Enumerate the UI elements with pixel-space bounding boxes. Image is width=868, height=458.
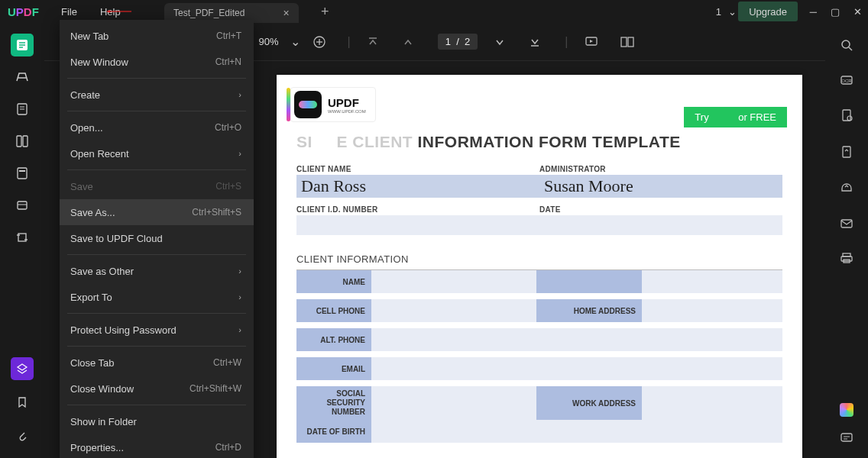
svg-marker-10 bbox=[590, 40, 593, 43]
app-logo: UPDF bbox=[8, 5, 39, 18]
menu-save: SaveCtrl+S bbox=[60, 173, 254, 199]
try-free-button[interactable]: Try or FREE bbox=[684, 107, 787, 127]
export-icon[interactable] bbox=[840, 145, 853, 162]
prev-page-icon[interactable] bbox=[403, 37, 421, 47]
svg-text:OCR: OCR bbox=[841, 79, 852, 83]
svg-rect-38 bbox=[841, 220, 852, 227]
svg-rect-12 bbox=[628, 37, 633, 47]
window-controls: ─ ▢ ✕ bbox=[810, 6, 862, 18]
comment-tool-button[interactable] bbox=[11, 66, 34, 89]
menu-save-cloud[interactable]: Save to UPDF Cloud bbox=[60, 225, 254, 251]
page-count-value: 1 bbox=[716, 6, 721, 18]
client-name-label: CLIENT NAME bbox=[296, 165, 539, 173]
zoom-value[interactable]: 90% bbox=[259, 36, 279, 47]
admin-value: Susan Moore bbox=[539, 175, 782, 198]
pdf-page: UPDF WWW.UPDF.COM Try or FREE SI E CLIEN… bbox=[277, 75, 802, 458]
svg-point-36 bbox=[847, 116, 852, 121]
zoom-dropdown-icon[interactable]: ⌄ bbox=[290, 34, 302, 49]
doc-title: SI E CLIENT INFORMATION FORM TEMPLATE bbox=[296, 133, 789, 151]
organize-tool-button[interactable] bbox=[11, 130, 34, 153]
section-client-info: CLIENT INFORMATION bbox=[296, 253, 789, 265]
svg-rect-35 bbox=[843, 110, 850, 121]
svg-rect-25 bbox=[18, 202, 27, 209]
minimize-icon[interactable]: ─ bbox=[810, 6, 817, 18]
svg-rect-21 bbox=[17, 136, 21, 147]
brand-badge: UPDF WWW.UPDF.COM bbox=[290, 87, 376, 122]
share-icon[interactable] bbox=[840, 182, 853, 198]
svg-rect-11 bbox=[621, 37, 627, 47]
date-label: DATE bbox=[539, 205, 782, 214]
svg-rect-40 bbox=[841, 256, 852, 261]
first-page-icon[interactable] bbox=[368, 37, 386, 47]
presentation-icon[interactable] bbox=[585, 36, 603, 48]
new-tab-button[interactable]: + bbox=[321, 4, 329, 20]
menu-open-recent[interactable]: Open Recent› bbox=[60, 140, 254, 166]
chevron-right-icon: › bbox=[238, 149, 241, 158]
menu-new-window[interactable]: New WindowCtrl+N bbox=[60, 49, 254, 75]
zoom-in-icon[interactable] bbox=[313, 35, 331, 49]
admin-label: ADMINISTRATOR bbox=[539, 165, 782, 173]
menu-bar: File Help bbox=[61, 6, 121, 18]
next-page-icon[interactable] bbox=[494, 37, 513, 47]
svg-rect-22 bbox=[23, 136, 28, 147]
svg-point-31 bbox=[842, 40, 850, 48]
facing-pages-icon[interactable] bbox=[620, 36, 638, 48]
chevron-right-icon: › bbox=[238, 292, 241, 302]
id-label: CLIENT I.D. NUMBER bbox=[296, 205, 539, 214]
menu-create[interactable]: Create› bbox=[60, 82, 254, 108]
upgrade-button[interactable]: Upgrade bbox=[738, 2, 798, 21]
ocr-icon[interactable]: OCR bbox=[840, 75, 853, 89]
menu-close-window[interactable]: Close WindowCtrl+Shift+W bbox=[60, 376, 254, 402]
reader-mode-button[interactable] bbox=[11, 34, 34, 56]
id-value bbox=[296, 215, 539, 235]
file-menu-dropdown: New TabCtrl+T New WindowCtrl+N Create› O… bbox=[60, 20, 254, 458]
chevron-right-icon: › bbox=[238, 90, 241, 99]
close-icon[interactable]: ✕ bbox=[853, 6, 862, 18]
menu-file[interactable]: File bbox=[61, 6, 77, 18]
menu-open[interactable]: Open...Ctrl+O bbox=[60, 114, 254, 140]
right-sidebar: OCR bbox=[825, 23, 868, 458]
date-value bbox=[539, 215, 782, 235]
crop-tool-button[interactable] bbox=[11, 226, 34, 249]
menu-save-other[interactable]: Save as Other› bbox=[60, 258, 254, 284]
chat-icon[interactable] bbox=[840, 432, 853, 447]
menu-new-tab[interactable]: New TabCtrl+T bbox=[60, 23, 254, 49]
svg-line-32 bbox=[849, 47, 852, 50]
edit-tool-button[interactable] bbox=[11, 98, 34, 121]
sign-icon[interactable] bbox=[840, 108, 853, 125]
row-ssn-label: SOCIAL SECURITY NUMBER bbox=[296, 386, 371, 420]
menu-close-tab[interactable]: Close TabCtrl+W bbox=[60, 350, 254, 376]
row-dob-label: DATE OF BIRTH bbox=[296, 420, 371, 443]
redact-tool-button[interactable] bbox=[11, 162, 34, 185]
menu-protect[interactable]: Protect Using Password› bbox=[60, 317, 254, 343]
tab-close-icon[interactable]: × bbox=[283, 7, 289, 19]
email-icon[interactable] bbox=[840, 218, 853, 232]
row-home-label: HOME ADDRESS bbox=[536, 299, 642, 322]
chevron-right-icon: › bbox=[238, 266, 241, 276]
row-work-label: WORK ADDRESS bbox=[536, 386, 642, 420]
svg-rect-24 bbox=[19, 170, 25, 172]
client-info-grid: NAME CELL PHONE HOME ADDRESS ALT. PHONE bbox=[296, 270, 782, 443]
svg-rect-37 bbox=[843, 147, 850, 157]
search-icon[interactable] bbox=[840, 38, 853, 55]
tab-title: Test_PDF_Edited bbox=[173, 8, 245, 18]
page-count-dropdown[interactable]: 1 ⌄ bbox=[716, 6, 738, 18]
chevron-right-icon: › bbox=[238, 325, 241, 334]
last-page-icon[interactable] bbox=[530, 37, 548, 47]
svg-rect-23 bbox=[18, 168, 27, 179]
menu-save-as[interactable]: Save As...Ctrl+Shift+S bbox=[60, 199, 254, 225]
ai-assistant-icon[interactable] bbox=[840, 403, 853, 417]
client-name-value: Dan Ross bbox=[296, 175, 539, 198]
print-icon[interactable] bbox=[840, 252, 853, 267]
page-number-input[interactable]: 1 / 2 bbox=[438, 34, 478, 50]
tools-button[interactable] bbox=[11, 194, 34, 217]
menu-export[interactable]: Export To› bbox=[60, 284, 254, 310]
attachment-button[interactable] bbox=[11, 424, 34, 447]
menu-properties[interactable]: Properties...Ctrl+D bbox=[60, 434, 254, 458]
menu-help[interactable]: Help bbox=[100, 6, 121, 18]
bookmark-button[interactable] bbox=[11, 391, 34, 414]
menu-show-folder[interactable]: Show in Folder bbox=[60, 408, 254, 434]
maximize-icon[interactable]: ▢ bbox=[831, 6, 840, 18]
row-cell-label: CELL PHONE bbox=[296, 299, 371, 322]
layers-button[interactable] bbox=[11, 357, 34, 380]
